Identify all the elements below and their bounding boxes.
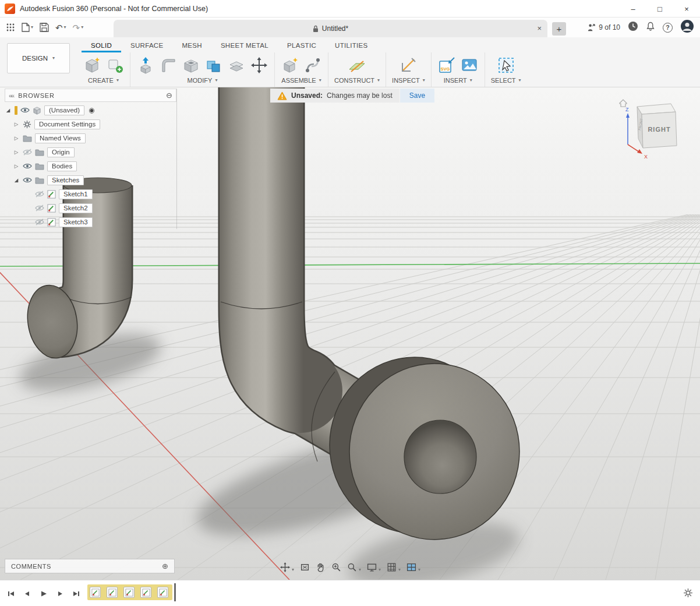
create-menu-button[interactable]: CREATE ▾ <box>88 77 119 87</box>
shell-icon[interactable] <box>182 56 200 75</box>
visibility-eye-off-icon[interactable] <box>35 205 44 212</box>
viewports-button[interactable]: ▾ <box>405 561 422 573</box>
document-tab-close-icon[interactable]: × <box>537 24 542 33</box>
file-menu-button[interactable]: ▾ <box>22 23 33 32</box>
select-cursor-icon[interactable] <box>497 56 515 75</box>
browser-row-bodies[interactable]: ▷ Bodies <box>5 159 176 173</box>
new-body-icon[interactable] <box>83 56 101 75</box>
undo-button[interactable]: ↶ ▾ <box>55 23 66 32</box>
help-button[interactable]: ? <box>663 23 673 33</box>
add-comment-icon[interactable]: ⊕ <box>162 562 174 570</box>
tab-surface[interactable]: SURFACE <box>121 39 172 52</box>
decal-icon[interactable] <box>460 56 479 75</box>
new-component-icon[interactable] <box>281 56 299 75</box>
display-settings-button[interactable]: ▾ <box>365 561 383 573</box>
visibility-eye-off-icon[interactable] <box>35 191 44 198</box>
comments-panel[interactable]: COMMENTS ⊕ <box>5 559 175 573</box>
home-icon[interactable] <box>620 100 627 107</box>
press-pull-icon[interactable] <box>136 56 155 75</box>
node-label[interactable]: Sketch2 <box>59 203 93 213</box>
browser-row-sketch1[interactable]: Sketch1 <box>5 187 176 201</box>
insert-menu-button[interactable]: INSERT ▾ <box>444 77 472 87</box>
visibility-eye-icon[interactable] <box>23 163 32 170</box>
timeline-options-button[interactable] <box>683 588 693 600</box>
measure-icon[interactable] <box>399 56 418 75</box>
node-label[interactable]: Named Views <box>35 133 86 143</box>
insert-svg-icon[interactable]: SVG <box>437 56 456 75</box>
expand-triangle-icon[interactable]: ▷ <box>13 121 20 127</box>
new-document-tab-button[interactable]: + <box>552 22 566 36</box>
visibility-eye-off-icon[interactable] <box>23 149 32 156</box>
skip-to-start-button[interactable] <box>5 587 17 600</box>
expand-triangle-icon[interactable]: ▷ <box>13 135 20 141</box>
account-avatar[interactable] <box>680 19 694 36</box>
node-label[interactable]: Document Settings <box>34 119 100 129</box>
minimize-button[interactable]: – <box>620 0 646 17</box>
tab-sheet-metal[interactable]: SHEET METAL <box>211 39 278 52</box>
tab-plastic[interactable]: PLASTIC <box>278 39 326 52</box>
history-button[interactable] <box>628 21 638 34</box>
node-label[interactable]: Sketches <box>47 175 84 185</box>
timeline-feature-sketch[interactable] <box>107 587 118 598</box>
select-menu-button[interactable]: SELECT ▾ <box>491 77 521 87</box>
zoom-window-button[interactable] <box>330 561 343 573</box>
zoom-button[interactable]: ▾ <box>345 561 363 573</box>
root-document-label[interactable]: (Unsaved) <box>44 105 84 115</box>
browser-row-sketch2[interactable]: Sketch2 <box>5 201 176 215</box>
expand-triangle-icon[interactable]: ◢ <box>5 107 12 113</box>
redo-button[interactable]: ↷ ▾ <box>73 23 84 32</box>
inspect-menu-button[interactable]: INSPECT ▾ <box>392 77 425 87</box>
browser-row-sketch3[interactable]: Sketch3 <box>5 215 176 229</box>
play-button[interactable] <box>37 587 50 600</box>
node-label[interactable]: Sketch1 <box>59 189 93 199</box>
timeline-feature-sketch[interactable] <box>157 587 168 598</box>
workspace-selector[interactable]: DESIGN ▾ <box>7 43 70 73</box>
browser-row-document-settings[interactable]: ▷ Document Settings <box>5 117 176 131</box>
document-tab[interactable]: Untitled* × <box>114 20 547 37</box>
visibility-eye-off-icon[interactable] <box>35 219 44 226</box>
browser-root-row[interactable]: ◢ (Unsaved) ◉ <box>5 103 176 117</box>
close-button[interactable]: × <box>673 0 700 17</box>
view-cube[interactable]: RIGHT FRONT Z X <box>615 96 691 161</box>
visibility-eye-icon[interactable] <box>23 177 32 184</box>
activate-radio-icon[interactable]: ◉ <box>89 106 94 114</box>
browser-row-sketches[interactable]: ◢ Sketches <box>5 173 176 187</box>
assemble-menu-button[interactable]: ASSEMBLE ▾ <box>281 77 321 87</box>
tab-solid[interactable]: SOLID <box>82 39 121 52</box>
app-grid-menu-icon[interactable] <box>6 23 15 32</box>
step-forward-button[interactable] <box>54 587 66 600</box>
derive-icon[interactable] <box>105 56 124 75</box>
grid-snaps-button[interactable]: ▾ <box>385 561 402 573</box>
fillet-icon[interactable] <box>159 56 178 75</box>
pan-button[interactable] <box>314 561 327 573</box>
timeline-feature-sketch[interactable] <box>90 587 101 598</box>
job-status-button[interactable]: 9 of 10 <box>587 23 620 32</box>
construct-plane-icon[interactable] <box>347 56 367 75</box>
browser-row-origin[interactable]: ▷ Origin <box>5 145 176 159</box>
full-navigation-button[interactable]: ▾ <box>278 561 296 573</box>
save-link[interactable]: Save <box>400 89 434 103</box>
browser-row-named-views[interactable]: ▷ Named Views <box>5 131 176 145</box>
tab-utilities[interactable]: UTILITIES <box>326 39 377 52</box>
timeline-feature-sketch[interactable] <box>123 587 135 598</box>
joint-icon[interactable] <box>303 56 322 75</box>
collapse-panel-icon[interactable]: «« <box>9 92 13 99</box>
timeline-feature-sketch[interactable] <box>140 587 151 598</box>
expand-triangle-icon[interactable]: ◢ <box>13 177 20 183</box>
expand-triangle-icon[interactable]: ▷ <box>13 149 20 155</box>
move-icon[interactable] <box>250 56 268 75</box>
timeline-position-marker[interactable] <box>174 583 176 601</box>
node-label[interactable]: Origin <box>47 147 75 157</box>
node-label[interactable]: Bodies <box>47 161 77 171</box>
construct-menu-button[interactable]: CONSTRUCT ▾ <box>334 77 380 87</box>
tab-mesh[interactable]: MESH <box>172 39 211 52</box>
notifications-button[interactable] <box>646 22 655 34</box>
modify-menu-button[interactable]: MODIFY ▾ <box>188 77 218 87</box>
split-body-icon[interactable] <box>227 56 246 75</box>
save-button[interactable] <box>40 23 49 32</box>
fit-button[interactable] <box>298 561 312 573</box>
node-label[interactable]: Sketch3 <box>59 217 93 227</box>
combine-icon[interactable] <box>204 56 223 75</box>
collapse-all-icon[interactable]: ⊖ <box>166 91 172 99</box>
step-back-button[interactable] <box>21 587 34 600</box>
